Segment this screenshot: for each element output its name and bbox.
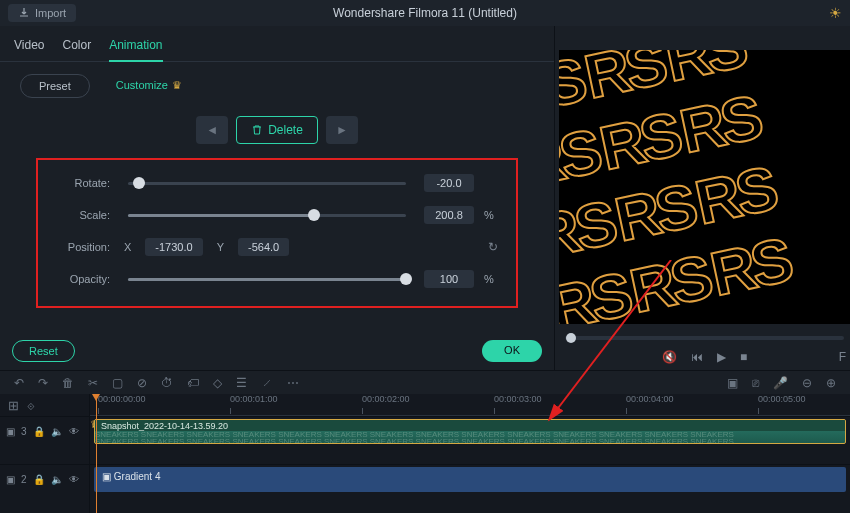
preview-canvas[interactable]: RSRSRS RSRSRS RSRSRS RSRSRS [559,50,850,324]
opacity-slider[interactable] [128,278,406,281]
opacity-label: Opacity: [56,273,110,285]
delete-button[interactable]: Delete [236,116,318,144]
import-button[interactable]: Import [8,4,76,22]
scale-unit: % [484,209,498,221]
scale-label: Scale: [56,209,110,221]
preview-content: RSRSRS RSRSRS RSRSRS RSRSRS [559,50,850,324]
clip-snapshot[interactable]: Snapshot_2022-10-14-13.59.20 SNEAKERS SN… [94,419,846,444]
crop-icon[interactable]: ▢ [112,376,123,390]
fade-icon[interactable]: ⟋ [261,376,273,390]
subtab-customize[interactable]: Customize♛ [98,74,200,98]
fullscreen-icon[interactable]: F [839,350,846,364]
mute-track-icon[interactable]: 🔈 [51,426,63,437]
zoom-in-icon[interactable]: ⊕ [826,376,836,390]
prev-keyframe-button[interactable]: ◄ [196,116,228,144]
visibility-icon[interactable]: 👁 [69,474,79,485]
track-manager-icon[interactable]: ⊞ [8,398,19,413]
reset-button[interactable]: Reset [12,340,75,362]
visibility-icon[interactable]: 👁 [69,426,79,437]
prev-frame-icon[interactable]: ⏮ [691,350,703,364]
mute-track-icon[interactable]: 🔈 [51,474,63,485]
mixer-icon[interactable]: ⎚ [752,376,759,390]
lock-icon[interactable]: 🔒 [33,474,45,485]
stop-icon[interactable]: ■ [740,350,747,364]
rotate-slider[interactable] [128,182,406,185]
marker-icon[interactable]: 🏷 [187,376,199,390]
track-link-icon[interactable]: ⟐ [27,398,35,413]
tab-video[interactable]: Video [14,34,44,61]
timeline-ruler[interactable]: 00:00:00:00 00:00:01:00 00:00:02:00 00:0… [90,394,850,416]
rotate-label: Rotate: [56,177,110,189]
cut-icon[interactable]: ✂ [88,376,98,390]
menu-icon[interactable]: ☰ [236,376,247,390]
mute-icon[interactable]: 🔇 [662,350,677,364]
position-reset-icon[interactable]: ↻ [488,240,498,254]
position-y-value[interactable]: -564.0 [238,238,289,256]
next-keyframe-button[interactable]: ► [326,116,358,144]
mic-icon[interactable]: 🎤 [773,376,788,390]
position-y-label: Y [217,241,224,253]
ok-button[interactable]: OK [482,340,542,362]
clip-gradient[interactable]: ▣ Gradient 4 [94,467,846,492]
tab-color[interactable]: Color [62,34,91,61]
trash-icon[interactable]: 🗑 [62,376,74,390]
track-head-2[interactable]: ▣2 🔒 🔈 👁 [0,464,89,494]
opacity-unit: % [484,273,498,285]
render-icon[interactable]: ▣ [727,376,738,390]
scale-slider[interactable] [128,214,406,217]
tips-icon[interactable]: ☀ [829,5,842,21]
redo-icon[interactable]: ↷ [38,376,48,390]
more-icon[interactable]: ⋯ [287,376,299,390]
undo-icon[interactable]: ↶ [14,376,24,390]
highlight-box: Rotate: -20.0 Scale: 200.8 % Position: X… [36,158,518,308]
timer-icon[interactable]: ⏱ [161,376,173,390]
track-head-1[interactable]: ▣3 🔒 🔈 👁 [0,416,89,446]
app-title: Wondershare Filmora 11 (Untitled) [333,6,517,20]
position-x-label: X [124,241,131,253]
rotate-value[interactable]: -20.0 [424,174,474,192]
playhead[interactable] [96,394,97,513]
lock-icon[interactable]: 🔒 [33,426,45,437]
zoom-out-icon[interactable]: ⊖ [802,376,812,390]
keyframe-icon[interactable]: ◇ [213,376,222,390]
crown-icon: ♛ [172,79,182,91]
position-label: Position: [56,241,110,253]
speed-icon[interactable]: ⊘ [137,376,147,390]
opacity-value[interactable]: 100 [424,270,474,288]
tab-animation[interactable]: Animation [109,34,162,62]
preview-scrubber[interactable] [565,336,844,340]
scale-value[interactable]: 200.8 [424,206,474,224]
play-icon[interactable]: ▶ [717,350,726,364]
subtab-preset[interactable]: Preset [20,74,90,98]
position-x-value[interactable]: -1730.0 [145,238,202,256]
import-label: Import [35,7,66,19]
